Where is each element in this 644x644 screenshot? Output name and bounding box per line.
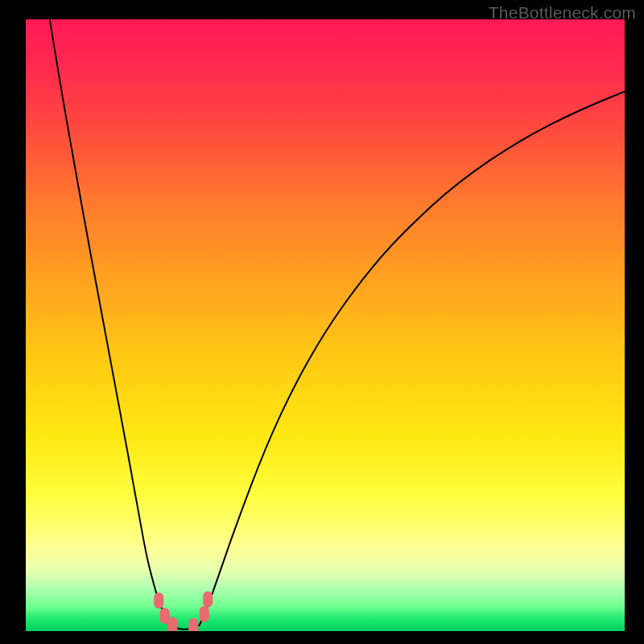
curve-marker <box>167 617 177 631</box>
bottleneck-curve <box>50 19 625 630</box>
watermark-text: TheBottleneck.com <box>489 3 636 23</box>
curve-marker <box>200 606 209 622</box>
curve-plot <box>26 19 625 631</box>
curve-marker <box>154 592 163 609</box>
curve-markers <box>154 592 213 632</box>
curve-marker <box>188 618 198 631</box>
curve-marker <box>203 592 213 608</box>
